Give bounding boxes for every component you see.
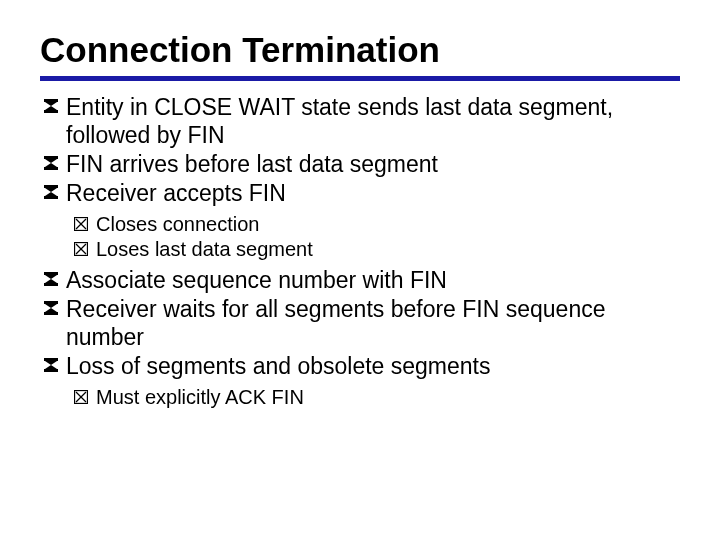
box-x-icon xyxy=(74,385,96,404)
hourglass-icon xyxy=(44,179,66,199)
svg-rect-19 xyxy=(44,283,58,286)
svg-rect-22 xyxy=(44,301,58,304)
svg-rect-27 xyxy=(44,369,58,372)
svg-marker-28 xyxy=(45,361,57,365)
bullet-text: Loss of segments and obsolete segments xyxy=(66,352,680,380)
svg-rect-4 xyxy=(44,156,58,159)
svg-rect-8 xyxy=(44,185,58,188)
bullet-level2: Closes connection xyxy=(74,212,680,237)
svg-rect-18 xyxy=(44,272,58,275)
bullet-text: Associate sequence number with FIN xyxy=(66,266,680,294)
svg-marker-20 xyxy=(45,275,57,279)
hourglass-icon xyxy=(44,93,66,113)
svg-marker-29 xyxy=(45,365,57,369)
svg-marker-25 xyxy=(45,308,57,312)
svg-marker-24 xyxy=(45,304,57,308)
box-x-icon xyxy=(74,212,96,231)
bullet-level2: Must explicitly ACK FIN xyxy=(74,385,680,410)
bullet-level2: Loses last data segment xyxy=(74,237,680,262)
bullet-text: Must explicitly ACK FIN xyxy=(96,385,680,410)
svg-rect-0 xyxy=(44,99,58,102)
bullet-text: Closes connection xyxy=(96,212,680,237)
svg-marker-10 xyxy=(45,188,57,192)
svg-marker-6 xyxy=(45,159,57,163)
bullet-level1: Receiver accepts FIN xyxy=(44,179,680,207)
bullet-text: FIN arrives before last data segment xyxy=(66,150,680,178)
svg-rect-5 xyxy=(44,167,58,170)
box-x-icon xyxy=(74,237,96,256)
svg-rect-9 xyxy=(44,196,58,199)
hourglass-icon xyxy=(44,150,66,170)
svg-marker-2 xyxy=(45,102,57,106)
hourglass-icon xyxy=(44,295,66,315)
svg-rect-26 xyxy=(44,358,58,361)
bullet-text: Loses last data segment xyxy=(96,237,680,262)
svg-rect-1 xyxy=(44,110,58,113)
hourglass-icon xyxy=(44,352,66,372)
bullet-level1: Entity in CLOSE WAIT state sends last da… xyxy=(44,93,680,149)
svg-marker-21 xyxy=(45,279,57,283)
bullet-level1: Receiver waits for all segments before F… xyxy=(44,295,680,351)
bullet-text: Receiver waits for all segments before F… xyxy=(66,295,680,351)
slide-title: Connection Termination xyxy=(40,30,680,70)
slide-body: Entity in CLOSE WAIT state sends last da… xyxy=(40,93,680,410)
hourglass-icon xyxy=(44,266,66,286)
bullet-level1: FIN arrives before last data segment xyxy=(44,150,680,178)
bullet-level1: Loss of segments and obsolete segments xyxy=(44,352,680,380)
svg-rect-23 xyxy=(44,312,58,315)
bullet-text: Entity in CLOSE WAIT state sends last da… xyxy=(66,93,680,149)
svg-marker-11 xyxy=(45,192,57,196)
title-underline xyxy=(40,76,680,81)
svg-marker-7 xyxy=(45,163,57,167)
bullet-text: Receiver accepts FIN xyxy=(66,179,680,207)
svg-marker-3 xyxy=(45,106,57,110)
bullet-level1: Associate sequence number with FIN xyxy=(44,266,680,294)
